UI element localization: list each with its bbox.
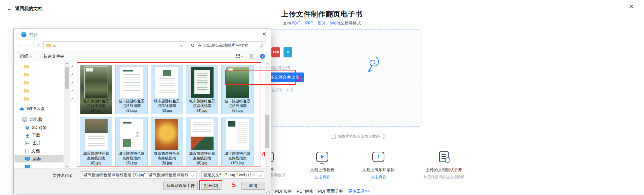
filetype-select[interactable]: 自定义文件 (*.png;*.webp;*.tif — [201, 171, 264, 179]
download-arrow-icon — [25, 133, 30, 138]
folder-icon — [24, 64, 29, 68]
organize-menu[interactable]: 组织 — [20, 54, 32, 59]
sidebar-item-this-pc[interactable]: 此电脑 — [22, 116, 42, 123]
annotation-number-5: 5 — [232, 181, 236, 189]
scroll-down-icon[interactable] — [64, 163, 70, 168]
video-tutorial-icon — [316, 152, 328, 162]
filetype-dropdown-icon[interactable] — [257, 172, 264, 178]
zoom-effect-checkbox[interactable] — [332, 135, 336, 139]
address-chevron-icon[interactable] — [180, 44, 183, 47]
cloud-icon — [19, 107, 25, 111]
sidebar-pinned-folder[interactable] — [24, 95, 29, 102]
edge-browser-icon — [21, 32, 27, 37]
sidebar-label: 3D 对象 — [32, 125, 47, 131]
file-tile[interactable]: 城市旅游特色景点路线指南(8).jpg — [151, 117, 183, 166]
sidebar-label: 桌面 — [33, 156, 41, 162]
file-tile[interactable]: 城市旅游特色景点路线指南(4).jpg — [186, 65, 218, 114]
preview-pane-button[interactable] — [250, 54, 255, 58]
organize-chevron-icon — [30, 55, 32, 58]
sidebar-pinned-folder[interactable] — [24, 79, 29, 86]
file-name: 城市旅游特色景点路线指南(9).jpg — [186, 151, 218, 165]
subtitle-formats[interactable]: PDF、 PPT、图片、Word — [291, 21, 340, 26]
scroll-up-icon[interactable] — [265, 61, 270, 66]
file-thumbnail — [226, 67, 249, 98]
file-thumbnail — [120, 67, 143, 98]
file-thumbnail — [191, 67, 214, 98]
open-file-dialog: 打开 × ← → ↑ « 在 导出JPG高清图片 中搜索 组织 新建文件夹 — [13, 29, 271, 194]
nav-back-icon[interactable]: ← — [18, 42, 23, 48]
filename-dropdown-icon[interactable] — [189, 172, 196, 178]
sidebar-label: 图片 — [33, 140, 41, 146]
dialog-toolbar: 组织 新建文件夹 ? — [14, 51, 271, 61]
dialog-bottom-bar: 文件名(N): "城市旅游特色景点路线指南 (1).jpg" "城市旅游特色景点… — [14, 168, 271, 194]
file-name: 城市旅游特色景点路线指南(4).jpg — [186, 99, 218, 113]
scroll-down-icon[interactable] — [265, 163, 270, 168]
file-thumbnail — [155, 119, 178, 150]
cancel-button[interactable]: 取消 — [241, 182, 265, 190]
file-tile[interactable]: 城市旅游特色景点路线指南(2).jpg — [115, 65, 148, 114]
folder-icon — [46, 43, 51, 47]
file-tile[interactable]: 城市旅游特色景点路线指南(10).jpg — [221, 117, 254, 166]
sidebar-scrollbar[interactable] — [64, 61, 70, 168]
sidebar-item-documents[interactable]: 文档 — [25, 147, 40, 155]
sidebar-item-pictures[interactable]: 图片 — [25, 139, 41, 147]
feature-terms: 文档上传须知条款 点击查看 — [355, 152, 402, 180]
file-thumbnail — [120, 119, 143, 150]
file-tile[interactable]: 城市旅游特色景点路线指南(3).jpg — [151, 65, 183, 114]
search-input[interactable]: 在 导出JPG高清图片 中搜索 — [195, 41, 266, 49]
file-tile[interactable]: 城市旅游特色景点路线指南(6).jpg — [80, 117, 112, 166]
nav-up-icon[interactable]: ↑ — [37, 42, 40, 48]
scrollbar-thumb[interactable] — [265, 115, 269, 148]
scrollbar-thumb[interactable] — [65, 67, 69, 89]
view-chevron-icon — [241, 55, 243, 57]
open-button[interactable]: 打开(O) — [201, 182, 221, 190]
tutorial-link[interactable]: 点击查看 — [299, 175, 346, 180]
document-icon — [25, 149, 29, 153]
change-view-button[interactable] — [236, 54, 242, 58]
new-folder-button[interactable]: 新建文件夹 — [43, 54, 65, 59]
dialog-close-icon[interactable]: × — [262, 30, 266, 38]
nav-forward-icon[interactable]: → — [26, 42, 31, 48]
file-thumbnail — [191, 119, 214, 150]
multi-upload-label: 多文件合并上传 — [270, 75, 300, 80]
tool-pdf-decrypt[interactable]: PDF解密 — [297, 189, 313, 194]
sidebar-item-desktop[interactable]: 桌面 — [25, 155, 41, 162]
info-icon[interactable]: ? — [382, 134, 386, 139]
annotation-number-4: 4 — [262, 150, 266, 158]
address-bar[interactable]: « — [43, 41, 186, 49]
file-name: 城市旅游特色景点路线指南(3).jpg — [151, 99, 183, 113]
search-icon — [261, 44, 263, 47]
sidebar-item-3d-objects[interactable]: 3D 对象 — [25, 124, 47, 131]
tool-pdf-split[interactable]: PDF页面分割 — [318, 189, 343, 194]
file-name: 城市旅游特色景点路线指南(7).jpg — [116, 151, 147, 165]
refresh-icon — [191, 43, 195, 47]
file-tile[interactable]: 城市旅游特色景点路线指南(1).jpg — [80, 65, 112, 114]
resize-grip[interactable] — [266, 190, 270, 193]
sidebar-item-clipped[interactable] — [25, 163, 30, 168]
file-tile[interactable]: 城市旅游特色景点路线指南(7).jpg — [115, 117, 148, 166]
file-tile[interactable]: 城市旅游特色景点路线指南(9).jpg — [186, 117, 218, 166]
sidebar-item-wps-cloud[interactable]: WPS云盘 — [19, 105, 45, 112]
pin-icon — [70, 73, 73, 76]
file-tile[interactable]: 城市旅游特色景点路线指南(5).jpg — [221, 65, 254, 114]
sidebar-label: 下载 — [32, 133, 40, 138]
dialog-main-area: WPS云盘 此电脑 3D 对象 下载 图片 文档 桌面 — [14, 61, 271, 168]
dialog-nav-bar: ← → ↑ « 在 导出JPG高清图片 中搜索 — [14, 40, 271, 51]
picture-icon — [25, 141, 30, 145]
sidebar-pinned-folder[interactable] — [24, 87, 29, 94]
mobile-upload-button[interactable]: 从移动设备上传 — [163, 182, 198, 190]
file-thumbnail — [155, 67, 178, 98]
sidebar-pinned-folder[interactable] — [24, 63, 29, 70]
scroll-up-icon[interactable] — [64, 61, 70, 66]
privacy-label: 上传的文档默认公开 — [417, 167, 471, 173]
filename-input[interactable]: "城市旅游特色景点路线指南 (1).jpg" "城市旅游特色景点路线指 — [80, 171, 196, 179]
sidebar-pinned-folder[interactable] — [24, 71, 29, 78]
nav-history-chevron-icon[interactable] — [33, 44, 35, 47]
sidebar-label: 此电脑 — [30, 117, 42, 123]
tool-pdf-encrypt[interactable]: PDF加密 — [275, 189, 292, 194]
sidebar-item-downloads[interactable]: 下载 — [25, 132, 40, 139]
terms-link[interactable]: 点击查看 — [355, 175, 402, 180]
pin-icon — [70, 97, 73, 100]
tool-more-link[interactable]: 更多工具>> — [348, 189, 370, 194]
help-icon[interactable]: ? — [260, 54, 265, 59]
